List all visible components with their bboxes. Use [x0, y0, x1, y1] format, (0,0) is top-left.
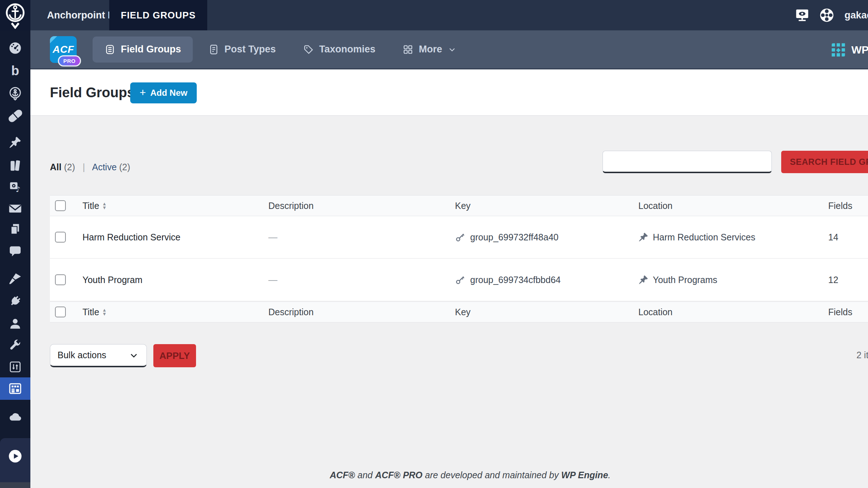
field-group-key: group_699732ff48a40 [470, 232, 558, 243]
more-grid-icon [402, 44, 414, 55]
column-footer-description: Description [268, 307, 314, 317]
filter-all-count: (2) [64, 162, 75, 172]
status-filters: All (2) | Active (2) [50, 162, 130, 172]
sort-desc-icon: ▼ [102, 206, 107, 210]
table-footer-row: Title ▲▼ Description Key Location Fields [50, 301, 868, 322]
footer-acf-pro: ACF® PRO [375, 470, 422, 480]
chevron-down-icon [447, 45, 457, 54]
medications-icon[interactable] [0, 108, 30, 124]
footer-acf: ACF® [330, 470, 355, 480]
sort-icons: ▲▼ [102, 308, 107, 316]
field-groups-icon[interactable] [0, 381, 30, 397]
key-icon [455, 232, 466, 243]
media-icon[interactable]: ♪ [0, 179, 30, 195]
current-page-tab[interactable]: FIELD GROUPS [109, 0, 207, 30]
settings-icon[interactable] [0, 359, 30, 375]
table-header-row: Title ▲▼ Description Key Location Fields [50, 195, 868, 216]
site-logo[interactable] [0, 0, 30, 30]
row-checkbox[interactable] [55, 232, 66, 243]
acf-pro-badge: PRO [58, 55, 81, 67]
description-empty: — [268, 275, 277, 285]
tools-icon[interactable] [0, 337, 30, 353]
cloud-icon[interactable] [0, 409, 30, 425]
field-group-title-link[interactable]: Harm Reduction Service [82, 232, 180, 243]
monitor-eye-icon[interactable] [792, 0, 812, 30]
filter-active-link[interactable]: Active [92, 162, 117, 172]
footer-wp-engine: WP Engine [561, 470, 608, 480]
item-count: 2 items [856, 350, 868, 360]
wp-engine-bold: WP [851, 44, 868, 56]
filter-active-count: (2) [119, 162, 131, 172]
row-checkbox[interactable] [55, 274, 66, 285]
field-group-location: Harm Reduction Services [653, 232, 755, 243]
sort-desc-icon: ▼ [102, 312, 107, 316]
sidebar-bottom-strip [0, 482, 30, 488]
taxonomies-tab-icon [303, 44, 314, 55]
column-header-description: Description [268, 201, 314, 211]
username[interactable]: gakaez [844, 0, 868, 30]
wheel-icon[interactable] [817, 0, 837, 30]
field-groups-tab-icon [104, 44, 116, 55]
description-empty: — [268, 232, 277, 243]
add-new-label: Add New [150, 88, 188, 98]
tab-field-groups[interactable]: Field Groups [93, 37, 193, 63]
location-pin-icon [638, 232, 648, 242]
acf-logo-text: ACF [52, 44, 74, 55]
page-header: Field Groups + Add New [30, 69, 868, 116]
anchor-locations-icon[interactable] [0, 85, 30, 101]
users-icon[interactable] [0, 316, 30, 331]
field-groups-table: Title ▲▼ Description Key Location Fields… [50, 195, 868, 322]
field-count: 14 [828, 232, 838, 243]
dashboard-icon[interactable] [0, 40, 30, 56]
tab-more[interactable]: More [391, 37, 468, 63]
search-input[interactable] [603, 151, 772, 173]
field-count: 12 [828, 275, 838, 285]
field-group-location: Youth Programs [653, 275, 717, 285]
acf-footer-note: ACF® and ACF® PRO are developed and main… [30, 470, 868, 480]
select-all-checkbox[interactable] [55, 307, 66, 317]
sort-icons: ▲▼ [102, 202, 107, 210]
acf-logo[interactable]: ACF PRO [50, 36, 77, 63]
select-all-checkbox[interactable] [55, 200, 66, 211]
tab-post-types[interactable]: Post Types [196, 37, 288, 63]
table-row: Youth Program — group_699734cfbbd64 Yout… [50, 259, 868, 301]
acf-toolbar: ACF PRO Field Groups Post Types Taxonomi… [30, 30, 868, 69]
apply-button[interactable]: APPLY [153, 344, 196, 367]
admin-top-bar: Anchorpoint BC FIELD GROUPS gakaez [0, 0, 868, 30]
pages-icon[interactable] [0, 221, 30, 237]
tab-label: Taxonomies [319, 44, 376, 55]
tab-taxonomies[interactable]: Taxonomies [291, 37, 387, 63]
column-header-key: Key [455, 201, 471, 211]
play-icon[interactable] [0, 448, 30, 464]
search-field-groups-button[interactable]: SEARCH FIELD GROUPS [781, 151, 868, 173]
column-footer-key: Key [455, 307, 471, 317]
svg-text:♪: ♪ [16, 185, 21, 194]
chevron-down-icon [128, 350, 139, 361]
admin-sidebar: b ♪ [0, 0, 30, 488]
bulk-actions-selected: Bulk actions [58, 350, 106, 360]
add-new-button[interactable]: + Add New [130, 82, 197, 103]
post-types-tab-icon [208, 44, 220, 55]
mail-icon[interactable] [0, 201, 30, 217]
wp-engine-logo: WPengine [830, 30, 868, 69]
location-pin-icon [638, 275, 648, 285]
b-plugin-icon[interactable]: b [0, 63, 30, 79]
filter-separator: | [82, 162, 85, 172]
main-content: All (2) | Active (2) SEARCH FIELD GROUPS… [30, 116, 868, 488]
field-group-title-link[interactable]: Youth Program [82, 275, 142, 285]
bulk-actions-select[interactable]: Bulk actions [50, 344, 147, 367]
library-icon[interactable] [0, 158, 30, 174]
appearance-icon[interactable] [0, 271, 30, 287]
tab-label: More [419, 44, 442, 55]
column-header-fields: Fields [828, 201, 852, 211]
comments-icon[interactable] [0, 243, 30, 259]
page-title: Field Groups [50, 69, 135, 116]
pinned-posts-icon[interactable] [0, 134, 30, 150]
column-footer-title[interactable]: Title ▲▼ [82, 307, 107, 317]
tab-label: Field Groups [121, 44, 181, 55]
column-header-title[interactable]: Title ▲▼ [82, 201, 107, 211]
acf-nav: Field Groups Post Types Taxonomies More [93, 37, 468, 63]
plus-icon: + [140, 87, 146, 98]
filter-all-link[interactable]: All [50, 162, 61, 172]
plugins-icon[interactable] [0, 293, 30, 309]
